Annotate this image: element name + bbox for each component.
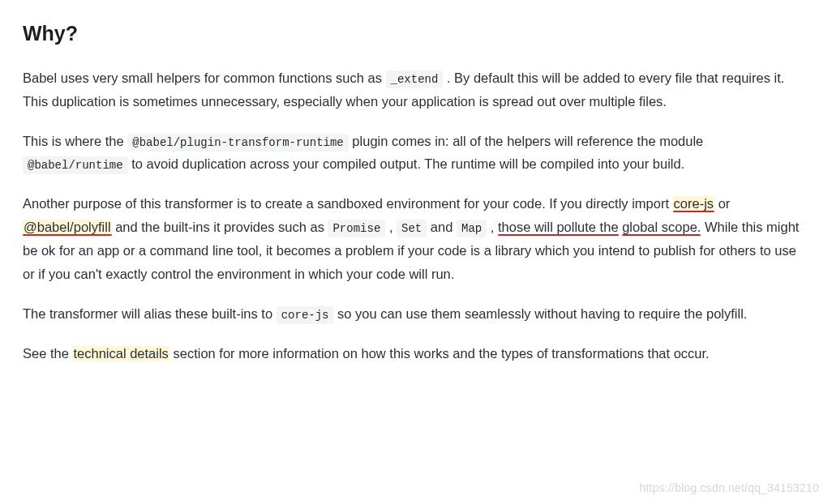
text: plugin comes in: all of the helpers will…	[352, 134, 703, 148]
code-set: Set	[397, 220, 427, 237]
text: or	[718, 196, 731, 211]
text: and	[431, 220, 457, 234]
code-map: Map	[457, 220, 487, 237]
code-extend: _extend	[386, 70, 444, 88]
highlight-technical-details: technical details	[72, 346, 169, 361]
highlight-core-js: core-js	[673, 196, 715, 211]
code-plugin-transform-runtime: @babel/plugin-transform-runtime	[127, 134, 348, 152]
text: This is where the	[23, 134, 127, 148]
text: The transformer will alias these built-i…	[23, 306, 277, 321]
paragraph-5: See the technical details section for mo…	[23, 342, 809, 365]
text: to avoid duplication across your compile…	[131, 156, 684, 171]
text: ,	[389, 220, 397, 234]
text: Another purpose of this transformer is t…	[23, 196, 673, 211]
text: Babel uses very small helpers for common…	[23, 70, 386, 85]
paragraph-4: The transformer will alias these built-i…	[23, 302, 809, 326]
section-heading-why: Why?	[23, 16, 809, 52]
text: so you can use them seamlessly without h…	[337, 306, 747, 321]
paragraph-2: This is where the @babel/plugin-transfor…	[23, 130, 809, 177]
underline-pollute-2: global scope.	[622, 220, 701, 234]
text: See the	[23, 346, 72, 361]
underline-pollute-1: those will pollute the	[498, 220, 619, 234]
paragraph-3: Another purpose of this transformer is t…	[23, 192, 809, 286]
text: section for more information on how this…	[173, 346, 709, 361]
code-core-js: core-js	[277, 306, 334, 324]
code-babel-runtime: @babel/runtime	[23, 156, 128, 174]
code-promise: Promise	[328, 220, 385, 237]
paragraph-1: Babel uses very small helpers for common…	[23, 66, 809, 113]
text: and the built-ins it provides such as	[115, 220, 328, 234]
text: ,	[491, 220, 498, 234]
highlight-babel-polyfill: @babel/polyfill	[23, 220, 112, 234]
